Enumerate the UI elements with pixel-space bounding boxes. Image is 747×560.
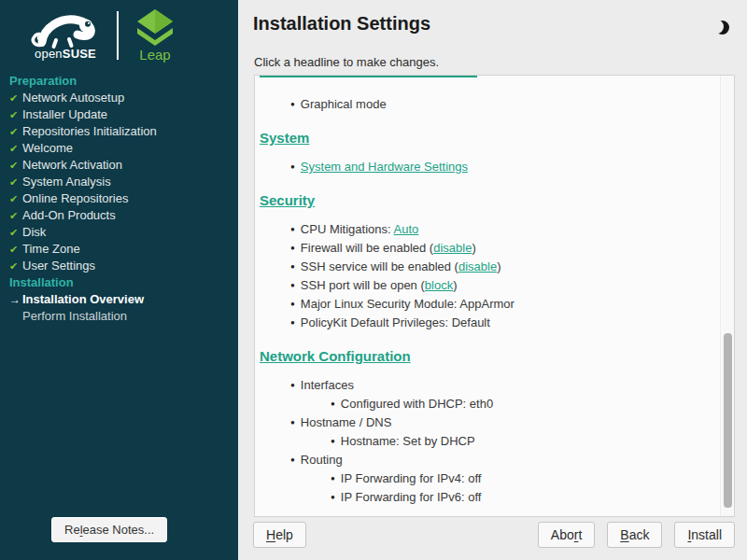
- proposal-text: Hostname / DNS: [301, 415, 392, 429]
- sidebar-item-label: Repositories Initialization: [22, 123, 157, 140]
- sidebar-section-title: Installation: [9, 274, 231, 291]
- proposal-text: Routing: [301, 453, 343, 467]
- proposal-text: IP Forwarding for IPv6: off: [341, 490, 482, 504]
- bullet-icon: ●: [290, 162, 295, 171]
- section-heading-link-network-configuration[interactable]: Network Configuration: [260, 348, 411, 364]
- proposal-link[interactable]: System and Hardware Settings: [301, 160, 468, 174]
- proposal-line: ●System and Hardware Settings: [260, 159, 715, 177]
- sidebar-item-system-analysis[interactable]: ✔System Analysis: [9, 174, 231, 190]
- check-icon: ✔: [9, 207, 22, 224]
- opensuse-wordmark: openSUSE: [35, 47, 96, 61]
- proposal-line: ●Hostname / DNS: [260, 414, 715, 433]
- check-icon: ✔: [9, 190, 22, 207]
- sidebar: openSUSE Leap Preparation✔Network Autose…: [0, 0, 238, 560]
- check-icon: ✔: [9, 157, 22, 174]
- scrollbar-track[interactable]: [720, 76, 734, 516]
- sidebar-item-network-autosetup[interactable]: ✔Network Autosetup: [9, 90, 231, 106]
- sidebar-item-network-activation[interactable]: ✔Network Activation: [9, 157, 231, 174]
- proposal-text: ): [472, 241, 475, 255]
- sidebar-item-label: System Analysis: [22, 174, 111, 190]
- moon-icon[interactable]: [714, 21, 729, 35]
- check-icon: ✔: [9, 241, 22, 258]
- proposal-content-box: ●Graphical modeSystem●System and Hardwar…: [254, 75, 735, 517]
- help-button[interactable]: Help: [253, 522, 306, 548]
- bullet-icon: ●: [331, 437, 335, 445]
- sidebar-item-perform-installation[interactable]: Perform Installation: [9, 308, 231, 325]
- leap-wordmark: Leap: [139, 47, 170, 63]
- proposal-line: ●IP Forwarding for IPv4: off: [260, 470, 715, 489]
- proposal-line: ●Firewall will be enabled (disable): [260, 240, 715, 259]
- section-heading-link-security[interactable]: Security: [260, 192, 315, 208]
- proposal-line: ●SSH service will be enabled (disable): [260, 259, 715, 277]
- proposal-line: ●PolicyKit Default Privileges: Default: [260, 315, 715, 333]
- content-lines: ●Graphical modeSystem●System and Hardwar…: [255, 76, 719, 516]
- bullet-icon: ●: [331, 399, 335, 408]
- release-notes-button[interactable]: Release Notes...: [51, 517, 167, 542]
- proposal-line: ●Graphical mode: [260, 96, 715, 115]
- opensuse-chameleon-icon: [28, 11, 103, 50]
- installer-window: openSUSE Leap Preparation✔Network Autose…: [0, 0, 747, 560]
- sidebar-item-label: Disk: [22, 224, 46, 241]
- check-icon: ✔: [9, 123, 22, 140]
- check-icon: ✔: [9, 224, 22, 241]
- current-step-arrow-icon: →: [9, 291, 22, 308]
- opensuse-logo: openSUSE: [28, 11, 103, 61]
- proposal-line: ●Interfaces: [260, 377, 715, 396]
- proposal-link[interactable]: disable: [458, 259, 497, 273]
- sidebar-item-label: Add-On Products: [22, 207, 116, 224]
- proposal-line: ●SSH port will be open (block): [260, 277, 715, 296]
- back-button[interactable]: Back: [607, 522, 662, 548]
- no-icon: [9, 308, 22, 325]
- sidebar-item-welcome[interactable]: ✔Welcome: [9, 140, 231, 157]
- moon-cutout: [711, 20, 724, 34]
- sidebar-item-installer-update[interactable]: ✔Installer Update: [9, 106, 231, 123]
- abort-button[interactable]: Abort: [538, 522, 595, 548]
- proposal-link[interactable]: disable: [433, 241, 472, 255]
- section-heading-link-system[interactable]: System: [260, 130, 309, 146]
- spacer: [260, 508, 715, 516]
- sidebar-item-add-on-products[interactable]: ✔Add-On Products: [9, 207, 231, 224]
- sidebar-section-title: Preparation: [9, 73, 231, 90]
- section-heading-row: Security: [260, 192, 715, 210]
- footer-right-buttons: AbortBackInstall: [538, 522, 735, 548]
- bullet-icon: ●: [290, 244, 295, 252]
- check-icon: ✔: [9, 140, 22, 157]
- sidebar-item-label: Online Repositories: [22, 190, 128, 207]
- leap-logo: Leap: [134, 9, 176, 63]
- proposal-text: SSH service will be enabled (: [301, 259, 458, 273]
- sidebar-item-label: Time Zone: [22, 241, 80, 258]
- check-icon: ✔: [9, 90, 22, 106]
- proposal-text: Interfaces: [301, 378, 354, 392]
- bullet-icon: ●: [331, 474, 335, 483]
- sidebar-item-label: Perform Installation: [22, 308, 127, 325]
- install-button[interactable]: Install: [674, 522, 735, 548]
- sidebar-item-label: Network Autosetup: [22, 90, 124, 106]
- proposal-link[interactable]: Auto: [394, 222, 419, 236]
- sidebar-item-repositories-initialization[interactable]: ✔Repositories Initialization: [9, 123, 231, 140]
- proposal-link[interactable]: block: [425, 278, 453, 292]
- sidebar-item-online-repositories[interactable]: ✔Online Repositories: [9, 190, 231, 207]
- footer-left-buttons: Help: [253, 522, 306, 548]
- check-icon: ✔: [9, 258, 22, 274]
- scrollbar-thumb[interactable]: [724, 333, 732, 507]
- sidebar-item-label: Installer Update: [22, 106, 107, 123]
- check-icon: ✔: [9, 106, 22, 123]
- proposal-text: ): [453, 278, 457, 292]
- section-heading-row: Network Configuration: [260, 348, 715, 366]
- sidebar-item-time-zone[interactable]: ✔Time Zone: [9, 241, 231, 258]
- bullet-icon: ●: [290, 300, 295, 308]
- bullet-icon: ●: [290, 100, 295, 108]
- proposal-line: ●Hostname: Set by DHCP: [260, 433, 715, 452]
- main-panel: Installation Settings Click a headline t…: [238, 0, 747, 560]
- proposal-text: Firewall will be enabled (: [301, 241, 433, 255]
- sidebar-item-user-settings[interactable]: ✔User Settings: [9, 258, 231, 274]
- sidebar-sections: Preparation✔Network Autosetup✔Installer …: [0, 65, 238, 325]
- sidebar-item-disk[interactable]: ✔Disk: [9, 224, 231, 241]
- bullet-icon: ●: [290, 281, 295, 289]
- bullet-icon: ●: [290, 418, 295, 427]
- proposal-line: ●Routing: [260, 452, 715, 470]
- proposal-text: Major Linux Security Module: AppArmor: [301, 297, 514, 311]
- proposal-line: ●CPU Mitigations: Auto: [260, 221, 715, 240]
- proposal-text: SSH port will be open (: [301, 278, 425, 292]
- sidebar-item-installation-overview[interactable]: →Installation Overview: [9, 291, 231, 308]
